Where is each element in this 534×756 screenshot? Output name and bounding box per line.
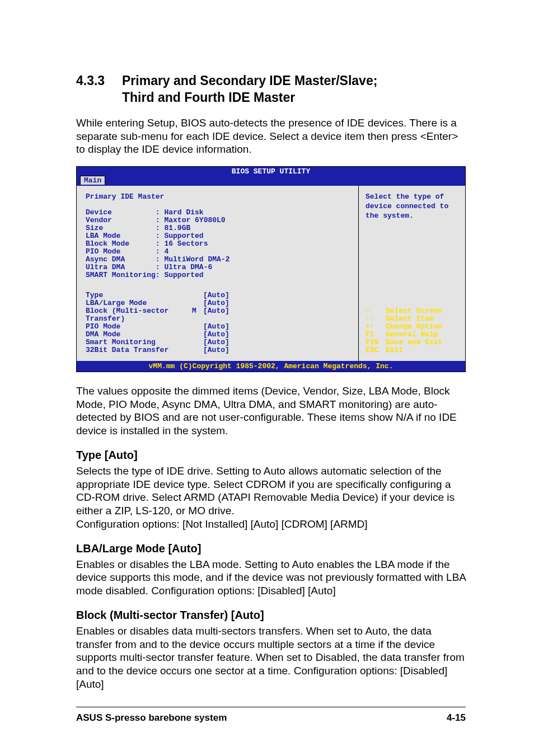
bios-key-row: +-Change Option [366,323,461,331]
bios-setting-row: PIO Mode[Auto] [86,323,349,331]
bios-setting-row: 32Bit Data Transfer[Auto] [86,346,349,354]
bios-info-line: SMART Monitoring: Supported [86,271,349,279]
bios-key-row: ↔Select Screen [366,307,461,315]
bios-info-line: PIO Mode : 4 [86,248,349,256]
bios-info-block: Device : Hard Disk Vendor : Maxtor 6Y080… [86,209,349,279]
bios-key-row: ↑↓Select Item [366,315,461,323]
block-body: Enables or disables data multi-sectors t… [76,624,466,691]
bios-info-line: Ultra DMA : Ultra DMA-6 [86,264,349,271]
type-body: Selects the type of IDE drive. Setting t… [76,464,466,518]
bios-setting-row: Block (Multi-sector Transfer)M[Auto] [86,307,349,323]
bios-key-row: ESCExit [366,346,461,354]
section-number: 4.3.3 [76,73,122,90]
section-title-line2: Third and Fourth IDE Master [122,90,295,105]
bios-right-panel: Select the type of device connected to t… [359,186,465,361]
section-title: Primary and Secondary IDE Master/Slave; … [122,73,466,106]
bios-left-panel: Primary IDE Master Device : Hard Disk Ve… [77,186,359,361]
bios-screenshot: BIOS SETUP UTILITY Main Primary IDE Mast… [76,166,466,372]
bios-key-row: F10Save and Exit [366,339,461,346]
after-bios-paragraph: The values opposite the dimmed items (De… [76,384,466,438]
bios-info-line: Async DMA : MultiWord DMA-2 [86,256,349,264]
bios-info-line: Size : 81.9GB [86,224,349,232]
footer-page-number: 4-15 [447,712,466,724]
block-heading: Block (Multi-sector Transfer) [Auto] [76,608,466,622]
arrows-ud-icon: ↑↓ [366,315,386,323]
bios-setting-row: LBA/Large Mode[Auto] [86,299,349,307]
bios-info-line: Device : Hard Disk [86,209,349,217]
type-config: Configuration options: [Not Installed] [… [76,518,466,531]
bios-setting-row: Smart Monitoring[Auto] [86,339,349,346]
bios-setting-row: DMA Mode[Auto] [86,331,349,339]
bios-key-row: F1General Help [366,331,461,339]
bios-settings-block: Type[Auto] LBA/Large Mode[Auto] Block (M… [86,292,349,354]
bios-help-text: Select the type of device connected to t… [366,192,461,221]
page-footer: ASUS S-presso barebone system 4-15 [76,707,466,724]
bios-left-title: Primary IDE Master [86,192,349,202]
footer-product: ASUS S-presso barebone system [76,712,227,724]
bios-info-line: LBA Mode : Supported [86,232,349,240]
bios-key-legend: ↔Select Screen ↑↓Select Item +-Change Op… [366,307,461,354]
intro-paragraph: While entering Setup, BIOS auto-detects … [76,116,466,156]
type-heading: Type [Auto] [76,448,466,462]
bios-setting-row: Type[Auto] [86,292,349,299]
section-title-line1: Primary and Secondary IDE Master/Slave; [122,73,377,88]
lba-body: Enables or disables the LBA mode. Settin… [76,558,466,598]
bios-titlebar: BIOS SETUP UTILITY [77,167,465,176]
bios-footer: vMM.mm (C)Copyright 1985-2002, American … [77,361,465,372]
bios-tab-row: Main [77,176,465,186]
bios-info-line: Block Mode : 16 Sectors [86,240,349,248]
lba-heading: LBA/Large Mode [Auto] [76,541,466,556]
arrows-lr-icon: ↔ [366,307,386,315]
bios-tab-main: Main [80,176,105,185]
section-heading: 4.3.3 Primary and Secondary IDE Master/S… [76,73,466,106]
bios-info-line: Vendor : Maxtor 6Y080L0 [86,217,349,224]
